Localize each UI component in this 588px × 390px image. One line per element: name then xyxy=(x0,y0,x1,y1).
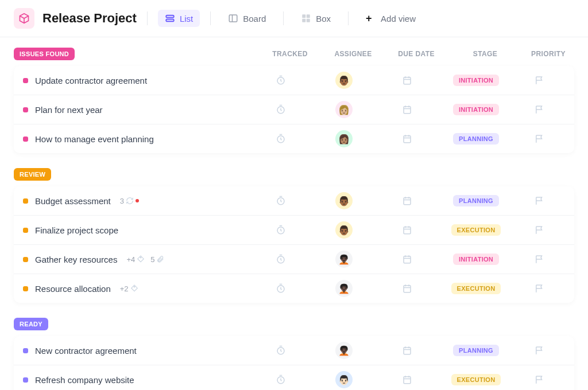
svg-rect-4 xyxy=(303,14,306,18)
stage-cell[interactable]: PLANNING xyxy=(439,345,513,356)
assignee-cell[interactable]: 🧑🏿‍🦱 xyxy=(312,280,376,297)
assignee-cell[interactable]: 👨🏻 xyxy=(312,371,376,388)
task-row[interactable]: Finalize project scope👨🏾EXECUTION xyxy=(14,216,574,245)
assignee-cell[interactable]: 👨🏾 xyxy=(312,72,376,89)
task-row[interactable]: Update contractor agreement👨🏾INITIATION xyxy=(14,66,574,95)
task-title: How to manage event planning xyxy=(35,134,154,144)
stage-cell[interactable]: EXECUTION xyxy=(439,224,513,236)
timer-icon xyxy=(276,134,286,144)
due-cell[interactable] xyxy=(376,75,439,85)
assignee-cell[interactable]: 🧑🏿‍🦱 xyxy=(312,251,376,268)
stage-pill: EXECUTION xyxy=(451,283,501,294)
assignee-cell[interactable]: 👩🏽 xyxy=(312,130,376,147)
priority-cell[interactable] xyxy=(513,104,565,115)
stage-cell[interactable]: EXECUTION xyxy=(439,374,513,385)
task-row[interactable]: Refresh company website👨🏻EXECUTION xyxy=(14,365,574,390)
avatar: 👨🏾 xyxy=(335,192,353,209)
task-row[interactable]: How to manage event planning👩🏽PLANNING xyxy=(14,124,574,153)
status-dot[interactable] xyxy=(23,348,28,353)
group-badge[interactable]: ISSUES FOUND xyxy=(14,48,75,60)
meta-count: 3 xyxy=(120,197,124,205)
stage-pill: INITIATION xyxy=(453,75,499,86)
timer-icon xyxy=(276,104,286,115)
due-cell[interactable] xyxy=(376,104,439,115)
tracked-cell[interactable] xyxy=(249,75,312,85)
priority-cell[interactable] xyxy=(513,225,565,235)
status-dot[interactable] xyxy=(23,78,28,83)
timer-icon xyxy=(276,196,286,206)
stage-cell[interactable]: INITIATION xyxy=(439,104,513,115)
status-dot[interactable] xyxy=(23,107,28,112)
group-badge[interactable]: REVIEW xyxy=(14,168,51,181)
priority-cell[interactable] xyxy=(513,134,565,144)
task-title-cell: Refresh company website xyxy=(23,375,249,385)
tracked-cell[interactable] xyxy=(249,134,312,144)
status-dot[interactable] xyxy=(23,228,28,233)
status-dot[interactable] xyxy=(23,198,28,204)
tracked-cell[interactable] xyxy=(249,375,312,385)
due-cell[interactable] xyxy=(376,283,439,294)
priority-cell[interactable] xyxy=(513,196,565,206)
status-dot[interactable] xyxy=(23,377,28,383)
calendar-icon xyxy=(402,134,412,144)
tracked-cell[interactable] xyxy=(249,283,312,294)
status-dot[interactable] xyxy=(23,257,28,262)
svg-rect-0 xyxy=(166,15,174,18)
calendar-icon xyxy=(402,75,412,85)
project-logo xyxy=(14,8,34,29)
meta-item: +4 xyxy=(126,255,145,264)
due-cell[interactable] xyxy=(376,196,439,206)
view-board-label: Board xyxy=(243,14,266,24)
due-cell[interactable] xyxy=(376,375,439,385)
stage-cell[interactable]: INITIATION xyxy=(439,75,513,86)
task-row[interactable]: Resource allocation+2🧑🏿‍🦱EXECUTION xyxy=(14,274,574,303)
priority-cell[interactable] xyxy=(513,345,565,356)
stage-cell[interactable]: PLANNING xyxy=(439,133,513,145)
task-row[interactable]: Budget assessment3👨🏾PLANNING xyxy=(14,186,574,216)
due-cell[interactable] xyxy=(376,225,439,235)
group-badge[interactable]: READY xyxy=(14,318,48,330)
task-meta: 3 xyxy=(120,197,139,205)
task-title: Gather key resources xyxy=(35,255,117,264)
tracked-cell[interactable] xyxy=(249,196,312,206)
stage-cell[interactable]: PLANNING xyxy=(439,195,513,206)
avatar: 👨🏻 xyxy=(335,371,353,388)
assignee-cell[interactable]: 👨🏾 xyxy=(312,221,376,239)
due-cell[interactable] xyxy=(376,254,439,264)
assignee-cell[interactable]: 👩🏼 xyxy=(312,101,376,118)
view-box[interactable]: Box xyxy=(294,10,338,27)
assignee-cell[interactable]: 🧑🏿‍🦱 xyxy=(312,342,376,359)
task-row[interactable]: New contractor agreement🧑🏿‍🦱PLANNING xyxy=(14,336,574,365)
priority-cell[interactable] xyxy=(513,375,565,385)
add-view-label: Add view xyxy=(381,14,416,24)
due-cell[interactable] xyxy=(376,134,439,144)
stage-cell[interactable]: EXECUTION xyxy=(439,283,513,294)
calendar-icon xyxy=(402,104,412,115)
list-icon xyxy=(165,13,175,24)
tracked-cell[interactable] xyxy=(249,225,312,235)
tracked-cell[interactable] xyxy=(249,254,312,264)
priority-cell[interactable] xyxy=(513,254,565,264)
tracked-cell[interactable] xyxy=(249,345,312,356)
assignee-cell[interactable]: 👨🏾 xyxy=(312,192,376,209)
task-row[interactable]: Gather key resources+45🧑🏿‍🦱INITIATION xyxy=(14,245,574,274)
task-rows: New contractor agreement🧑🏿‍🦱PLANNINGRefr… xyxy=(14,336,574,390)
stage-pill: PLANNING xyxy=(453,345,499,356)
meta-count: 5 xyxy=(150,255,154,264)
status-dot[interactable] xyxy=(23,136,28,142)
status-dot[interactable] xyxy=(23,286,28,291)
stage-pill: PLANNING xyxy=(453,195,499,206)
priority-cell[interactable] xyxy=(513,75,565,85)
priority-cell[interactable] xyxy=(513,283,565,294)
task-meta: +2 xyxy=(120,284,138,293)
task-title-cell: New contractor agreement xyxy=(23,346,249,356)
view-list[interactable]: List xyxy=(158,10,200,27)
tracked-cell[interactable] xyxy=(249,104,312,115)
due-cell[interactable] xyxy=(376,345,439,356)
board-icon xyxy=(228,13,238,24)
view-board[interactable]: Board xyxy=(221,10,273,27)
task-row[interactable]: Plan for next year👩🏼INITIATION xyxy=(14,95,574,124)
add-view[interactable]: + Add view xyxy=(359,10,423,27)
calendar-icon xyxy=(402,345,412,356)
stage-cell[interactable]: INITIATION xyxy=(439,253,513,265)
